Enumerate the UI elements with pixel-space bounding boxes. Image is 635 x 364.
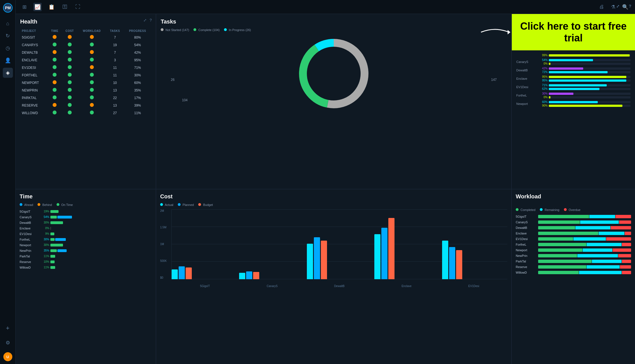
sidebar-item-add[interactable]: + [3,323,13,333]
nav-print-icon[interactable]: 🖨 [598,3,605,11]
progress-bars: 42% 72% [539,67,631,74]
progress-value: 17% [124,94,151,102]
progress-bars: 60% 90% [539,100,631,107]
y-label-1-5m: 1.5M [160,226,167,229]
cost-indicator [68,88,72,92]
workload-row-label: EV1Desi [516,237,538,241]
workload-row: WillowD [516,271,631,274]
time-indicator [53,73,57,77]
task-count: 13 [106,102,124,109]
wb-completed [538,237,573,241]
bar-track [549,76,631,78]
wb-overdue [622,260,631,263]
time-bar-green [50,216,57,219]
table-row: EV1DESI 11 71% [20,64,151,71]
sidebar-item-home[interactable]: ⌂ [3,18,13,29]
workload-row-label: 5GigsIT [516,215,538,218]
progress-bar-row: 42% [539,67,631,70]
time-pct: 30% [39,243,49,246]
cta-text: Click here to start free trial [517,20,629,44]
legend-dot-wl-remaining [540,208,543,211]
progress-row: 99% [516,54,631,57]
workload-bar-area [538,271,631,274]
project-name: ENCLAVE [20,56,48,64]
time-indicator [53,58,57,62]
cost-indicator [68,73,72,77]
bar-track [549,93,631,95]
cost-bar-group [442,241,507,279]
table-row: NEWPORT 10 60% [20,79,151,86]
bar-track [549,84,631,86]
workload-indicator [90,103,94,107]
progress-label: Newport [516,102,539,105]
time-row-label: FortheL [20,238,39,241]
legend-dot-planned [178,203,181,206]
tasks-panel: Tasks Not Started (147) Complete (104) I… [156,14,511,189]
wb-remaining [589,215,615,218]
bar-budget [321,241,327,279]
legend-complete: Complete (104) [193,28,220,32]
wb-overdue [625,232,631,235]
cta-banner[interactable]: Click here to start free trial [512,14,635,50]
cost-indicator [68,35,72,39]
nav-icon-tree[interactable]: ⛶ [74,3,81,11]
legend-wl-overdue: Overdue [564,208,580,212]
legend-wl-remaining: Remaining [540,208,559,212]
wb-overdue [618,254,631,257]
time-row: DewaltB 30% [20,221,152,224]
time-pct: 9% [39,232,49,235]
time-row: Newport 30% [20,243,152,247]
time-pct: 30% [39,221,49,224]
legend-planned: Planned [178,203,194,206]
time-bar-green [50,244,63,246]
workload-indicator [90,35,94,39]
nav-icon-grid[interactable]: ⊞ [21,3,28,11]
sidebar-item-settings[interactable]: ⚙ [3,338,13,348]
bar-track [549,96,631,98]
cost-indicator [68,65,72,69]
bar-planned [449,247,455,279]
nav-icon-chart[interactable]: 📈 [33,3,42,11]
user-avatar[interactable]: U [3,352,12,361]
wb-remaining [579,271,622,274]
bar-track [549,63,631,65]
pct-label: 30% [539,92,548,95]
project-name: RESERVE [20,102,48,109]
nav-icon-key[interactable]: ⚿ [61,3,69,11]
health-panel: Health ⤢ ? PROJECT TIME COST WORKLOAD TA… [16,14,156,189]
cost-indicator [68,103,72,107]
cost-legend: Actual Planned Budget [160,203,507,206]
wb-remaining [583,248,612,252]
project-name: NEWPRIN [20,86,48,94]
bar-fill [549,59,593,61]
progress-label: Enclave [516,77,539,80]
workload-rows: 5GigsIT CanaryS DewaltB Enclave EV1Desi [516,215,631,274]
nav-icon-clipboard[interactable]: 📋 [47,3,56,11]
sidebar-item-users[interactable]: 👤 [3,55,13,65]
progress-bar-row: 0% [539,62,631,65]
app-logo[interactable]: PM [3,3,13,13]
progress-value: 71% [124,64,151,71]
progress-row: Newport 60% 90% [516,100,631,107]
workload-row-label: DewaltB [516,226,538,229]
health-expand-icon[interactable]: ⤢ [143,18,147,22]
health-title: Health [20,18,151,25]
x-label: EV1Desi [440,285,507,288]
x-label: CanaryS [239,285,306,288]
time-row: FortheL 30% [20,238,152,241]
wb-remaining [580,220,619,224]
bar-planned [179,266,185,279]
legend-in-progress: In Progress (26) [224,28,251,32]
nav-filter-icon[interactable]: ⚗ [610,3,617,11]
sidebar-item-refresh[interactable]: ↻ [3,31,13,41]
sidebar-item-briefcase[interactable]: ◈ [3,68,13,78]
workload-bar-area [538,232,631,235]
progress-value: 11% [124,109,151,117]
task-count: 11 [106,64,124,71]
health-help-icon[interactable]: ? [150,18,152,22]
x-label: Enclave [373,285,440,288]
sidebar-item-clock[interactable]: ◷ [3,43,13,53]
wb-completed [538,232,598,235]
bar-fill [549,88,599,90]
wb-remaining [587,243,622,246]
